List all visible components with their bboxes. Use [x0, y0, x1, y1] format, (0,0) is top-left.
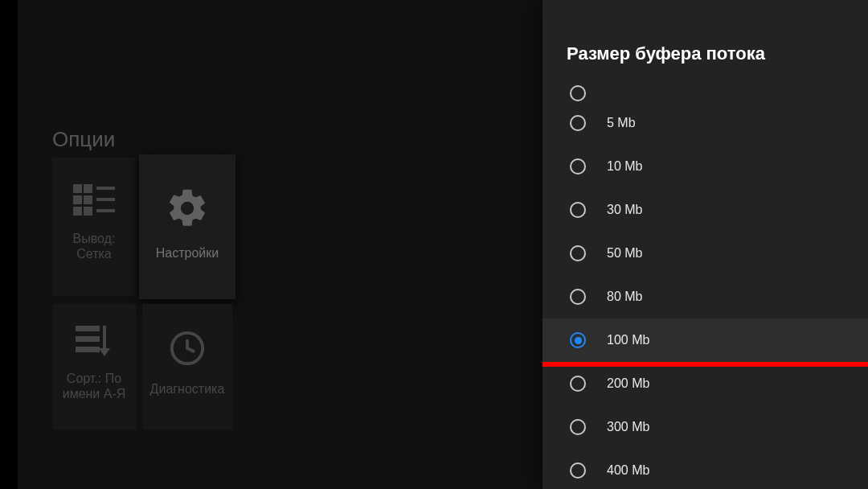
buffer-options-list: 5 Mb 10 Mb 30 Mb 50 Mb 80 Mb 100 Mb: [542, 85, 868, 489]
buffer-option-5mb[interactable]: 5 Mb: [542, 101, 868, 145]
buffer-option-200mb[interactable]: 200 Mb: [542, 362, 868, 405]
buffer-option-300mb[interactable]: 300 Mb: [542, 405, 868, 449]
buffer-option-label: 200 Mb: [607, 376, 649, 391]
radio-icon: [570, 245, 586, 261]
buffer-option-partial[interactable]: [542, 85, 868, 101]
buffer-option-label: 400 Mb: [607, 463, 649, 478]
buffer-option-10mb[interactable]: 10 Mb: [542, 145, 868, 188]
buffer-option-label: 50 Mb: [607, 246, 642, 261]
buffer-option-label: 100 Mb: [607, 333, 649, 347]
radio-icon: [570, 462, 586, 479]
buffer-option-label: 5 Mb: [607, 116, 636, 130]
buffer-option-80mb[interactable]: 80 Mb: [542, 275, 868, 318]
app-root: Опции Вывод: Сетка: [0, 0, 868, 489]
radio-icon: [570, 419, 586, 435]
buffer-option-label: 30 Mb: [607, 203, 642, 217]
radio-icon: [570, 85, 586, 101]
buffer-option-label: 300 Mb: [607, 420, 649, 434]
radio-icon: [570, 158, 586, 175]
radio-icon: [570, 289, 586, 305]
highlight-underline: [542, 362, 868, 367]
buffer-option-label: 10 Mb: [607, 159, 642, 174]
buffer-size-panel: Размер буфера потока 5 Mb 10 Mb 30 Mb 50…: [542, 0, 868, 489]
radio-icon: [570, 376, 586, 392]
radio-icon: [570, 115, 586, 131]
buffer-option-50mb[interactable]: 50 Mb: [542, 232, 868, 275]
buffer-option-label: 80 Mb: [607, 290, 642, 304]
panel-title: Размер буфера потока: [542, 0, 868, 85]
buffer-option-100mb[interactable]: 100 Mb: [542, 318, 868, 362]
buffer-option-30mb[interactable]: 30 Mb: [542, 188, 868, 232]
radio-checked-icon: [570, 332, 586, 348]
radio-icon: [570, 202, 586, 218]
buffer-option-400mb[interactable]: 400 Mb: [542, 449, 868, 489]
